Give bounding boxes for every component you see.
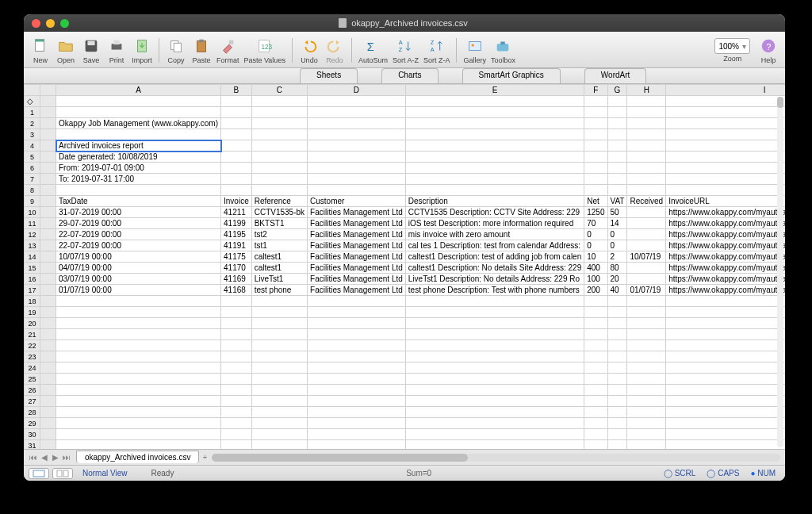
cell-B20[interactable]: [221, 318, 252, 329]
cell-H28[interactable]: [627, 407, 666, 418]
undo-button[interactable]: Undo: [297, 35, 321, 66]
cell-H12[interactable]: [627, 229, 666, 240]
cell-C24[interactable]: [251, 362, 307, 374]
cell-H11[interactable]: [627, 218, 666, 229]
cell-F12[interactable]: 0: [584, 229, 607, 240]
cell-H1[interactable]: [627, 107, 666, 118]
cell-B12[interactable]: 41195: [221, 229, 252, 240]
cell-D27[interactable]: [308, 396, 406, 407]
cell-H22[interactable]: [627, 340, 666, 351]
cell-D20[interactable]: [308, 318, 406, 329]
cell-H2[interactable]: [627, 118, 666, 129]
cell-A3[interactable]: [56, 129, 221, 140]
cell-G19[interactable]: [607, 307, 627, 318]
cell-C6[interactable]: [251, 163, 307, 174]
cell-D22[interactable]: [308, 340, 406, 351]
cell-H8[interactable]: [627, 185, 666, 196]
cell-C18[interactable]: [251, 296, 307, 307]
cell-C15[interactable]: caltest1: [251, 263, 307, 274]
cell-A25[interactable]: [56, 374, 221, 385]
col-header-D[interactable]: D: [308, 85, 406, 96]
cell-D29[interactable]: [308, 418, 406, 429]
cell-H15[interactable]: [627, 263, 666, 274]
cell-D4[interactable]: [308, 140, 406, 152]
row-header-3[interactable]: 3: [25, 129, 40, 140]
cell-F23[interactable]: [584, 351, 607, 362]
row-header-19[interactable]: 19: [25, 307, 40, 318]
cell-E16[interactable]: LiveTst1 Description: No details Address…: [405, 274, 584, 285]
cell-D16[interactable]: Facilities Management Ltd: [308, 274, 406, 285]
cell-G11[interactable]: 14: [607, 218, 627, 229]
cell-I11[interactable]: https://www.okappy.com/myautoalert/docum…: [666, 218, 785, 229]
new-button[interactable]: New: [29, 35, 52, 66]
cell-H29[interactable]: [627, 418, 666, 429]
tab-charts[interactable]: Charts: [381, 68, 438, 83]
horizontal-scrollbar[interactable]: [212, 454, 780, 462]
cell-F10[interactable]: 1250: [584, 207, 607, 218]
row-header-12[interactable]: 12: [25, 229, 40, 240]
cell-C14[interactable]: caltest1: [251, 251, 307, 263]
cell-H24[interactable]: [627, 362, 666, 374]
cell-F4[interactable]: [584, 140, 607, 152]
cell-G8[interactable]: [607, 185, 627, 196]
cell-F21[interactable]: [584, 329, 607, 340]
row-header-21[interactable]: 21: [25, 329, 40, 340]
cell-C8[interactable]: [251, 185, 307, 196]
cell-E11[interactable]: iOS test Description: more information r…: [405, 218, 584, 229]
cell-B6[interactable]: [221, 163, 252, 174]
row-header-7[interactable]: 7: [25, 174, 40, 185]
cell-F29[interactable]: [584, 418, 607, 429]
cell-H23[interactable]: [627, 351, 666, 362]
row-header-24[interactable]: 24: [25, 362, 40, 374]
cell-A22[interactable]: [56, 340, 221, 351]
cell-G28[interactable]: [607, 407, 627, 418]
cell-H10[interactable]: [627, 207, 666, 218]
cell-B28[interactable]: [221, 407, 252, 418]
cell-C19[interactable]: [251, 307, 307, 318]
cell-B26[interactable]: [221, 385, 252, 396]
cell-G10[interactable]: 50: [607, 207, 627, 218]
cell-B25[interactable]: [221, 374, 252, 385]
import-button[interactable]: Import: [130, 35, 154, 66]
cell-I1[interactable]: [666, 107, 785, 118]
cell-G30[interactable]: [607, 429, 627, 440]
cell-B21[interactable]: [221, 329, 252, 340]
zoom-icon[interactable]: [60, 19, 69, 28]
cell-F9[interactable]: Net: [584, 196, 607, 207]
normal-view-button[interactable]: [29, 468, 49, 479]
cell-G9[interactable]: VAT: [607, 196, 627, 207]
cell-I21[interactable]: [666, 329, 785, 340]
cell-B10[interactable]: 41211: [221, 207, 252, 218]
page-layout-view-button[interactable]: [52, 468, 73, 479]
cell-F5[interactable]: [584, 152, 607, 163]
first-sheet-icon[interactable]: ⏮: [29, 453, 38, 462]
cell-F26[interactable]: [584, 385, 607, 396]
row-header-20[interactable]: 20: [25, 318, 40, 329]
cell-D25[interactable]: [308, 374, 406, 385]
cell-G6[interactable]: [607, 163, 627, 174]
cell-G18[interactable]: [607, 296, 627, 307]
cell-I27[interactable]: [666, 396, 785, 407]
cell-B23[interactable]: [221, 351, 252, 362]
cell-H18[interactable]: [627, 296, 666, 307]
cell-I8[interactable]: [666, 185, 785, 196]
cell-E26[interactable]: [405, 385, 584, 396]
cell-E6[interactable]: [405, 163, 584, 174]
toolbox-button[interactable]: Toolbox: [489, 35, 517, 66]
col-header-I[interactable]: I: [666, 85, 785, 96]
cell-I9[interactable]: InvoiceURL: [666, 196, 785, 207]
cell-G2[interactable]: [607, 118, 627, 129]
vertical-scrollbar[interactable]: [777, 97, 783, 447]
row-header-23[interactable]: 23: [25, 351, 40, 362]
cell-A20[interactable]: [56, 318, 221, 329]
cell-C4[interactable]: [251, 140, 307, 152]
cell-B8[interactable]: [221, 185, 252, 196]
cell-D18[interactable]: [308, 296, 406, 307]
grid[interactable]: ABCDEFGHIJKL◇12Okappy Job Management (ww…: [24, 84, 785, 449]
cell-C13[interactable]: tst1: [251, 240, 307, 251]
cell-B24[interactable]: [221, 362, 252, 374]
cell-A16[interactable]: 03/07/19 00:00: [56, 274, 221, 285]
format-button[interactable]: Format: [215, 35, 241, 66]
cell-B1[interactable]: [221, 107, 252, 118]
cell-A13[interactable]: 22-07-2019 00:00: [56, 240, 221, 251]
